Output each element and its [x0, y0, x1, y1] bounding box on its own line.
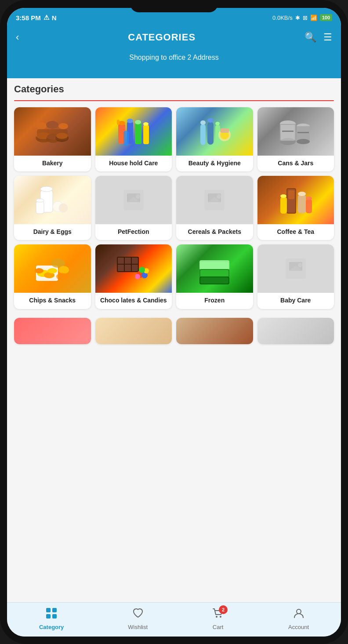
category-card-babycare[interactable]: Baby Care — [257, 244, 334, 309]
svg-rect-80 — [200, 262, 228, 269]
svg-rect-91 — [46, 614, 51, 619]
svg-point-68 — [56, 273, 69, 280]
category-img-cereals — [176, 176, 253, 224]
category-nav-icon — [45, 607, 58, 622]
svg-rect-57 — [306, 199, 312, 213]
svg-point-94 — [220, 616, 221, 618]
phone-notch — [130, 0, 218, 12]
nav-label-cart: Cart — [213, 624, 224, 630]
menu-icon[interactable]: ☰ — [323, 32, 332, 43]
svg-rect-55 — [298, 195, 306, 213]
category-card-household[interactable]: House hold Care — [95, 107, 172, 171]
category-card-extra3[interactable] — [176, 318, 253, 344]
category-img-dairy — [14, 176, 91, 224]
svg-point-95 — [297, 609, 301, 614]
sim-icon: ⊠ — [303, 15, 308, 21]
svg-point-8 — [46, 121, 58, 129]
svg-point-60 — [280, 194, 286, 198]
category-label-cans: Cans & Jars — [257, 156, 334, 171]
nav-item-account[interactable]: Account — [288, 607, 309, 630]
status-left: 3:58 PM ⚠ N — [16, 14, 57, 22]
account-nav-icon — [293, 607, 305, 622]
svg-point-39 — [40, 186, 53, 192]
address-bar[interactable]: Shopping to office 2 Address — [25, 49, 323, 66]
category-img-bakery — [14, 107, 91, 156]
category-img-beauty — [176, 107, 253, 156]
category-card-cereals[interactable]: Cereals & Packets — [176, 176, 253, 240]
network-icon: N — [52, 14, 57, 22]
svg-rect-19 — [123, 131, 129, 146]
svg-rect-42 — [36, 201, 44, 214]
svg-rect-22 — [207, 122, 214, 145]
svg-point-46 — [136, 194, 140, 199]
svg-point-93 — [216, 616, 218, 618]
nav-label-wishlist: Wishlist — [128, 624, 148, 630]
svg-point-65 — [47, 268, 57, 273]
category-label-frozen: Frozen — [176, 293, 253, 309]
page-title: CATEGORIES — [128, 32, 196, 43]
category-label-cereals: Cereals & Packets — [176, 224, 253, 240]
category-label-chocolates: Choco lates & Candies — [95, 293, 172, 309]
category-grid: Bakery — [14, 107, 334, 313]
svg-rect-32 — [281, 125, 295, 141]
svg-point-21 — [200, 120, 206, 125]
bottom-nav: Category Wishlist 2 — [7, 602, 341, 637]
divider — [14, 100, 334, 101]
category-card-coffee[interactable]: Coffee & Tea — [257, 176, 334, 240]
wifi-icon: 📶 — [310, 15, 317, 21]
svg-point-41 — [59, 204, 68, 212]
svg-rect-12 — [117, 120, 120, 125]
svg-rect-90 — [52, 608, 57, 612]
screen: 3:58 PM ⚠ N 0.0KB/s ✱ ⊠ 📶 100 ‹ CATEGORI… — [7, 8, 341, 637]
category-card-beauty[interactable]: Beauty & Hygiene — [176, 107, 253, 171]
category-label-bakery: Bakery — [14, 156, 91, 171]
nav-label-account: Account — [288, 624, 309, 630]
battery-display: 100 — [320, 14, 332, 21]
svg-rect-54 — [288, 190, 294, 199]
category-img-chocolates — [95, 244, 172, 293]
svg-point-43 — [36, 199, 44, 202]
category-card-extra2[interactable] — [95, 318, 172, 344]
svg-rect-6 — [37, 129, 68, 140]
category-img-household — [95, 107, 172, 156]
cart-nav-icon: 2 — [212, 607, 224, 622]
category-card-frozen[interactable]: Frozen — [176, 244, 253, 309]
svg-point-78 — [135, 274, 140, 279]
nav-item-wishlist[interactable]: Wishlist — [128, 607, 148, 630]
svg-point-87 — [298, 263, 302, 267]
category-card-petfection[interactable]: PetFection — [95, 176, 172, 240]
category-card-bakery[interactable]: Bakery — [14, 107, 91, 171]
svg-point-18 — [143, 122, 149, 126]
svg-rect-82 — [200, 270, 228, 277]
svg-point-58 — [306, 196, 312, 200]
category-label-coffee: Coffee & Tea — [257, 224, 334, 240]
section-title: Categories — [14, 84, 334, 95]
svg-rect-37 — [297, 132, 309, 133]
category-card-extra4[interactable] — [257, 318, 334, 344]
nav-label-category: Category — [39, 624, 64, 630]
category-card-dairy[interactable]: Dairy & Eggs — [14, 176, 91, 240]
back-button[interactable]: ‹ — [16, 32, 19, 43]
svg-point-25 — [215, 122, 220, 125]
category-img-coffee — [257, 176, 334, 224]
category-card-chips[interactable]: Chips & Snacks — [14, 244, 91, 309]
nav-item-cart[interactable]: 2 Cart — [212, 607, 224, 630]
nav-item-category[interactable]: Category — [39, 607, 64, 630]
network-speed: 0.0KB/s — [272, 15, 293, 21]
search-icon[interactable]: 🔍 — [304, 32, 316, 43]
category-label-babycare: Baby Care — [257, 293, 334, 309]
category-card-chocolates[interactable]: Choco lates & Candies — [95, 244, 172, 309]
category-label-chips: Chips & Snacks — [14, 293, 91, 309]
phone-frame: 3:58 PM ⚠ N 0.0KB/s ✱ ⊠ 📶 100 ‹ CATEGORI… — [0, 0, 348, 644]
svg-point-50 — [217, 194, 221, 199]
svg-point-14 — [127, 119, 133, 123]
category-card-extra1[interactable] — [14, 318, 91, 344]
app-header: ‹ CATEGORIES 🔍 ☰ — [7, 27, 341, 49]
svg-point-64 — [35, 268, 44, 273]
wishlist-nav-icon — [132, 607, 144, 622]
svg-rect-92 — [52, 614, 57, 619]
svg-point-16 — [135, 120, 141, 124]
svg-rect-59 — [280, 197, 287, 214]
svg-point-56 — [298, 192, 306, 196]
category-card-cans[interactable]: Cans & Jars — [257, 107, 334, 171]
